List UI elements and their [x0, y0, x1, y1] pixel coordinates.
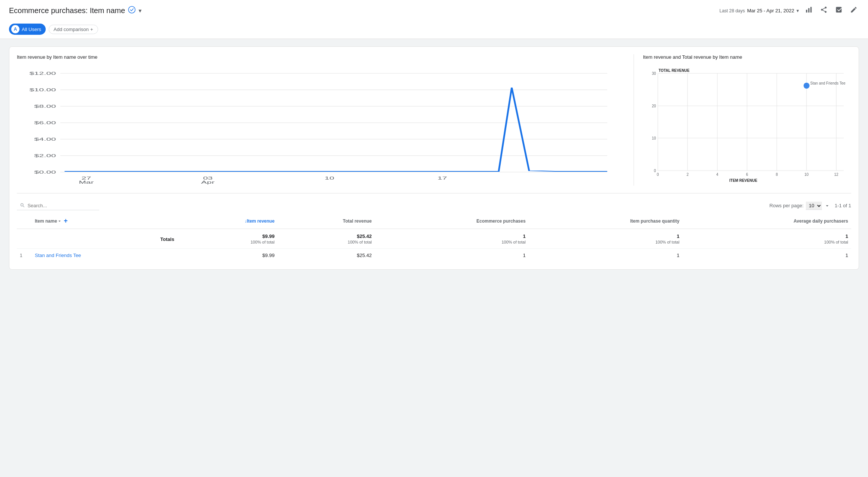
svg-text:Stan and Friends Tee: Stan and Friends Tee	[810, 81, 846, 85]
svg-text:10: 10	[325, 176, 334, 180]
svg-text:4: 4	[716, 172, 719, 177]
svg-text:2: 2	[686, 172, 689, 177]
row-ecommerce-purchases: 1	[375, 249, 529, 262]
svg-rect-2	[808, 8, 809, 13]
add-comparison-icon: +	[90, 27, 93, 32]
svg-text:$6.00: $6.00	[34, 121, 56, 125]
user-avatar: A	[11, 25, 19, 33]
col-header-ecommerce-purchases[interactable]: Ecommerce purchases	[375, 213, 529, 229]
row-avg-daily-purchasers: 1	[682, 249, 851, 262]
add-comparison-label: Add comparison	[54, 27, 89, 32]
row-item-revenue: $9.99	[177, 249, 277, 262]
row-index: 1	[17, 249, 32, 262]
col-header-item-revenue[interactable]: ↓Item revenue	[177, 213, 277, 229]
svg-text:27: 27	[82, 176, 91, 180]
svg-text:TOTAL REVENUE: TOTAL REVENUE	[659, 68, 690, 73]
svg-text:8: 8	[776, 172, 778, 177]
svg-text:17: 17	[437, 176, 447, 180]
chart-type-icon[interactable]	[804, 4, 814, 17]
date-range-value: Mar 25 - Apr 21, 2022	[747, 8, 794, 13]
select-dropdown-icon	[824, 203, 830, 209]
col-header-item-name[interactable]: Item name +	[32, 213, 177, 229]
table-toolbar: Rows per page: 10 25 50 1-1 of 1	[17, 201, 851, 210]
svg-text:$8.00: $8.00	[34, 104, 56, 108]
svg-text:$12.00: $12.00	[29, 71, 56, 76]
line-chart-title: Item revenue by Item name over time	[17, 54, 625, 60]
scatter-chart: 0 10 20 30 TOTAL REVENUE 0 2 4 6 8 10 12	[643, 66, 851, 186]
data-table: Item name + ↓Item revenue Total revenue	[17, 213, 851, 262]
totals-item-purchase-quantity: 1 100% of total	[529, 229, 683, 249]
svg-text:ITEM REVENUE: ITEM REVENUE	[729, 178, 758, 183]
col-header-index	[17, 213, 32, 229]
totals-label: Totals	[32, 229, 177, 249]
page-title: Ecommerce purchases: Item name	[9, 6, 125, 15]
date-range-dropdown-icon[interactable]: ▾	[796, 8, 799, 13]
date-period-label: Last 28 days	[719, 8, 745, 13]
svg-text:$2.00: $2.00	[34, 154, 56, 158]
row-item-purchase-quantity: 1	[529, 249, 683, 262]
svg-point-0	[128, 6, 135, 13]
svg-text:0: 0	[654, 169, 656, 173]
rows-per-page-select[interactable]: 10 25 50	[806, 202, 822, 210]
totals-total-revenue: $25.42 100% of total	[277, 229, 375, 249]
share-icon[interactable]	[819, 4, 829, 17]
search-box[interactable]	[17, 201, 99, 210]
row-item-name[interactable]: Stan and Friends Tee	[32, 249, 177, 262]
svg-text:20: 20	[652, 104, 656, 108]
svg-text:Apr: Apr	[201, 180, 215, 184]
svg-text:30: 30	[652, 71, 656, 76]
add-comparison-button[interactable]: Add comparison +	[49, 25, 98, 34]
svg-text:12: 12	[834, 172, 838, 177]
svg-text:0: 0	[657, 172, 659, 177]
user-chip-label: All Users	[22, 27, 41, 32]
item-name-sort-icon	[57, 218, 62, 224]
col-header-avg-daily-purchasers[interactable]: Average daily purchasers	[682, 213, 851, 229]
svg-text:$4.00: $4.00	[34, 137, 56, 141]
svg-text:10: 10	[804, 172, 808, 177]
svg-text:6: 6	[746, 172, 748, 177]
svg-text:10: 10	[652, 136, 656, 140]
totals-avg-daily-purchasers: 1 100% of total	[682, 229, 851, 249]
totals-row: Totals $9.99 100% of total $25.42 100% o…	[17, 229, 851, 249]
table-row: 1 Stan and Friends Tee $9.99 $25.42 1 1 …	[17, 249, 851, 262]
all-users-chip[interactable]: A All Users	[9, 24, 46, 35]
totals-item-revenue: $9.99 100% of total	[177, 229, 277, 249]
totals-ecommerce-purchases: 1 100% of total	[375, 229, 529, 249]
date-range-area: Last 28 days Mar 25 - Apr 21, 2022 ▾	[719, 8, 799, 13]
search-icon	[20, 202, 25, 208]
search-input[interactable]	[27, 203, 96, 208]
edit-icon[interactable]	[849, 4, 859, 17]
svg-text:$10.00: $10.00	[29, 88, 56, 92]
rows-per-page-label: Rows per page:	[770, 203, 804, 208]
svg-text:Mar: Mar	[79, 180, 94, 184]
col-header-item-purchase-quantity[interactable]: Item purchase quantity	[529, 213, 683, 229]
line-chart: $12.00 $10.00 $8.00 $6.00 $4.00 $2.00 $0…	[17, 66, 625, 186]
pagination-text: 1-1 of 1	[835, 203, 851, 208]
title-dropdown-icon[interactable]: ▾	[139, 7, 142, 14]
row-total-revenue: $25.42	[277, 249, 375, 262]
svg-rect-1	[806, 10, 807, 13]
svg-text:$0.00: $0.00	[34, 170, 56, 174]
col-header-total-revenue[interactable]: Total revenue	[277, 213, 375, 229]
svg-text:03: 03	[203, 176, 213, 180]
scatter-chart-title: Item revenue and Total revenue by Item n…	[643, 54, 851, 60]
insights-icon[interactable]	[834, 4, 844, 17]
svg-rect-3	[810, 7, 811, 13]
svg-point-48	[804, 83, 810, 89]
status-icon	[128, 6, 136, 15]
add-dimension-icon[interactable]: +	[64, 217, 68, 225]
